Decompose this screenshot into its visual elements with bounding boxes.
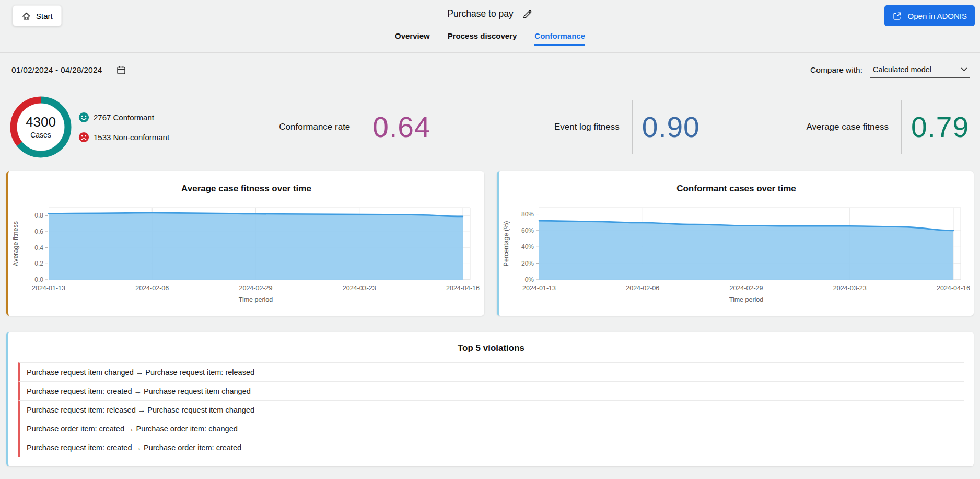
open-in-adonis-label: Open in ADONIS [908,12,967,20]
svg-text:2024-04-16: 2024-04-16 [446,284,480,292]
cases-donut-chart: 4300Cases [8,95,73,159]
svg-text:0.6: 0.6 [34,228,43,235]
date-range-value: 01/02/2024 - 04/28/2024 [11,65,102,75]
edit-pencil-icon[interactable] [522,9,533,19]
svg-text:Percentage (%): Percentage (%) [503,221,510,267]
svg-text:0.8: 0.8 [34,212,43,219]
svg-text:2024-02-06: 2024-02-06 [626,284,659,292]
svg-text:0.4: 0.4 [34,244,43,252]
cases-donut-block: 4300Cases 2767 Conformant 1533 Non [0,95,172,159]
svg-text:0.2: 0.2 [34,260,43,267]
kpi-value: 0.90 [633,110,711,144]
violation-row: Purchase request item changed → Purchase… [18,362,964,382]
conformant-cases-chart-card: Conformant cases over time 0%20%40%60%80… [497,171,974,316]
chevron-down-icon [960,65,969,74]
svg-text:2024-03-23: 2024-03-23 [833,284,867,292]
chart-title: Average case fitness over time [8,184,484,194]
top-violations-card: Top 5 violations Purchase request item c… [6,332,974,466]
svg-text:2024-01-13: 2024-01-13 [522,284,556,292]
svg-text:80%: 80% [521,211,534,218]
chart-title: Conformant cases over time [499,184,974,194]
svg-text:Time period: Time period [729,296,764,303]
tab-conformance[interactable]: Conformance [534,31,585,46]
kpi-conformance-rate: Conformance rate 0.64 [172,89,441,165]
svg-text:2024-04-16: 2024-04-16 [937,284,970,292]
calendar-icon[interactable] [116,65,126,75]
kpi-label: Event log fitness [441,122,632,132]
legend-conformant: 2767 Conformant [78,112,169,123]
violation-row: Purchase request item: released → Purcha… [18,400,964,419]
svg-text:0%: 0% [525,276,534,283]
svg-text:0.0: 0.0 [34,276,43,283]
tab-bar: Overview Process discovery Conformance [0,31,980,46]
sad-face-icon [78,132,89,143]
svg-text:Time period: Time period [239,296,273,303]
svg-text:2024-02-06: 2024-02-06 [135,284,169,292]
donut-legend: 2767 Conformant 1533 Non-conformant [78,112,169,143]
top-violations-title: Top 5 violations [8,343,974,353]
compare-with-control: Compare with: Calculated model [810,65,970,78]
kpi-value: 0.79 [902,110,980,144]
compare-model-value: Calculated model [873,65,931,74]
svg-text:Cases: Cases [30,131,51,139]
svg-text:40%: 40% [521,243,534,250]
conformant-cases-area-chart: 0%20%40%60%80%2024-01-132024-02-062024-0… [501,201,971,305]
svg-text:60%: 60% [521,227,534,234]
violation-row: Purchase request item: created → Purchas… [18,438,964,457]
external-link-icon [892,11,902,21]
svg-text:Average fitness: Average fitness [12,221,19,266]
compare-model-select[interactable]: Calculated model [870,65,970,78]
kpi-value: 0.64 [363,110,441,144]
svg-text:2024-03-23: 2024-03-23 [343,284,376,292]
tab-process-discovery[interactable]: Process discovery [448,31,517,46]
top-violations-list: Purchase request item changed → Purchase… [18,362,964,457]
svg-text:2024-02-29: 2024-02-29 [239,284,273,292]
legend-nonconformant-label: 1533 Non-conformant [94,133,169,142]
kpi-event-log-fitness: Event log fitness 0.90 [441,89,710,165]
date-range-input[interactable]: 01/02/2024 - 04/28/2024 [8,65,128,79]
svg-text:2024-02-29: 2024-02-29 [730,284,763,292]
kpi-row: 4300Cases 2767 Conformant 1533 Non [0,89,980,165]
svg-text:2024-01-13: 2024-01-13 [32,284,65,292]
average-case-fitness-chart-card: Average case fitness over time 0.00.20.4… [6,171,484,316]
legend-nonconformant: 1533 Non-conformant [78,132,169,143]
violation-row: Purchase order item: created → Purchase … [18,419,964,438]
happy-face-icon [78,112,89,123]
legend-conformant-label: 2767 Conformant [94,113,154,122]
top-header: Start Purchase to pay Open in ADONIS Ove… [0,0,980,53]
kpi-label: Conformance rate [172,122,363,132]
violation-row: Purchase request item: created → Purchas… [18,381,964,401]
tab-overview[interactable]: Overview [395,31,430,46]
average-case-fitness-area-chart: 0.00.20.40.60.82024-01-132024-02-062024-… [10,201,481,305]
kpi-label: Average case fitness [711,122,901,132]
compare-with-label: Compare with: [810,65,862,78]
kpi-average-case-fitness: Average case fitness 0.79 [711,89,980,165]
open-in-adonis-button[interactable]: Open in ADONIS [884,5,975,26]
svg-text:20%: 20% [521,260,534,267]
svg-text:4300: 4300 [26,114,56,130]
page-title: Purchase to pay [447,8,513,19]
